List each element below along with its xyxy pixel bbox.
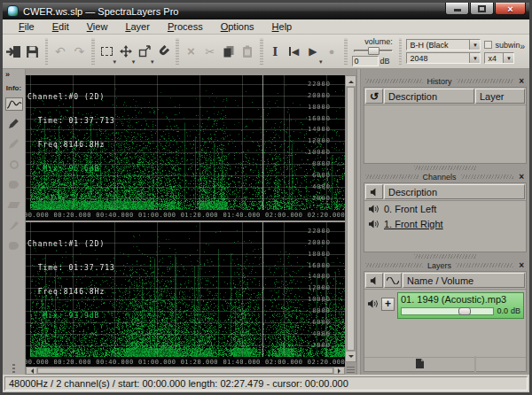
menu-help[interactable]: Help <box>263 20 301 33</box>
skip-start-button[interactable]: ◀ <box>285 39 303 64</box>
scroll-right-button[interactable] <box>334 368 344 374</box>
drag-handle[interactable] <box>365 174 419 179</box>
drag-handle[interactable] <box>365 79 423 83</box>
record-button[interactable]: ● <box>323 39 341 64</box>
vertical-scrollbar-track[interactable] <box>346 86 356 352</box>
expand-layer-button[interactable]: + <box>381 298 395 311</box>
layer-volume-thumb[interactable] <box>458 307 471 315</box>
channel-1-view[interactable]: 2200020000180001600014000120001000080006… <box>26 222 345 357</box>
history-column-description[interactable]: Description <box>384 89 474 104</box>
channel-mute-toggle[interactable] <box>368 220 379 228</box>
minimize-button[interactable] <box>445 3 469 15</box>
play-button[interactable]: ▶▾ <box>303 39 322 64</box>
toolbar-overflow-button[interactable]: » <box>520 42 528 62</box>
import-button[interactable] <box>4 39 23 64</box>
area-tool-button[interactable] <box>5 157 23 172</box>
chevron-down-icon[interactable]: ▼ <box>469 53 480 63</box>
history-panel-close-button[interactable]: × <box>518 77 525 85</box>
menu-file[interactable]: File <box>10 20 43 33</box>
move-tool-button[interactable]: ▾ <box>116 39 135 64</box>
smudge-tool-button[interactable] <box>5 238 23 253</box>
magnet-tool-button[interactable] <box>154 39 173 64</box>
menu-layer[interactable]: Layer <box>116 20 159 33</box>
undo-button[interactable]: ↶ <box>51 39 69 64</box>
drag-handle[interactable] <box>414 254 476 259</box>
channels-panel-titlebar[interactable]: Channels × <box>364 171 527 182</box>
panel-splitter[interactable] <box>364 252 527 259</box>
transform-tool-button[interactable]: ▾ <box>135 39 153 64</box>
channel-0-view[interactable]: 2200020000180001600014000120001000080006… <box>26 75 345 210</box>
redo-button[interactable]: ↷ <box>70 39 89 64</box>
menu-options[interactable]: Options <box>212 20 263 33</box>
picker-tool-button[interactable] <box>5 116 23 131</box>
volume-slider-thumb[interactable] <box>368 47 379 55</box>
chevron-down-icon[interactable]: ▼ <box>469 40 480 50</box>
delete-layer-button[interactable] <box>474 357 476 373</box>
volume-slider[interactable] <box>352 47 395 55</box>
channels-panel-close-button[interactable]: × <box>518 173 525 181</box>
subwin-checkbox[interactable]: subwin <box>484 41 520 50</box>
panel-splitter[interactable] <box>364 164 527 171</box>
layers-column-name-volume[interactable]: Name / Volume <box>403 273 525 288</box>
toolstrip-overflow-button[interactable]: » <box>3 70 10 79</box>
volume-value-field[interactable]: 0 <box>352 56 379 66</box>
new-layer-button[interactable] <box>415 357 425 373</box>
layer-volume-track[interactable] <box>401 307 494 315</box>
fft-size-select[interactable]: 2048▼ <box>406 52 481 64</box>
drag-handle[interactable] <box>456 263 513 267</box>
layers-wave-icon[interactable] <box>384 273 402 288</box>
channel-row-0[interactable]: 0. Front Left <box>364 201 526 216</box>
drag-handle[interactable] <box>457 79 514 83</box>
history-column-layer[interactable]: Layer <box>475 89 525 104</box>
history-panel-titlebar[interactable]: History × <box>364 75 527 87</box>
scroll-up-button[interactable] <box>346 76 356 86</box>
cut-button[interactable]: ✂ <box>200 39 219 64</box>
eraser-tool-button[interactable] <box>5 198 23 213</box>
title-bar[interactable]: CWER.ws.slp — SpectraLayers Pro × <box>3 3 529 19</box>
harmonics-tool-button[interactable] <box>5 136 23 151</box>
layer-name: 01. 1949 (Acoustic).mp3 <box>401 294 520 305</box>
drag-handle[interactable] <box>414 166 476 170</box>
channel-mute-toggle[interactable] <box>368 205 379 213</box>
zoom-factor-select[interactable]: x4▼ <box>484 52 514 64</box>
delete-button[interactable]: × <box>182 39 200 64</box>
scroll-left-button[interactable] <box>27 368 36 374</box>
layer-item-selected[interactable]: 01. 1949 (Acoustic).mp3 0.0 dB <box>397 292 524 319</box>
horizontal-scrollbar-thumb[interactable] <box>37 368 333 374</box>
save-button[interactable] <box>23 39 42 64</box>
vertical-scrollbar[interactable] <box>345 75 356 362</box>
layer-mute-toggle[interactable] <box>367 299 379 308</box>
clone-tool-button[interactable] <box>5 177 23 192</box>
channel-row-1[interactable]: 1. Front Right <box>364 216 526 231</box>
channels-speaker-icon[interactable] <box>365 184 383 199</box>
fft-window-select[interactable]: B-H (Black▼ <box>406 39 481 50</box>
amplify-tool-button[interactable] <box>5 218 23 233</box>
chevron-down-icon[interactable]: ▼ <box>503 53 513 63</box>
layer-row-0[interactable]: + 01. 1949 (Acoustic).mp3 0.0 dB <box>364 290 526 319</box>
view-grip[interactable] <box>345 364 356 375</box>
maximize-button[interactable] <box>470 3 494 15</box>
toolstrip-grip[interactable] <box>12 364 15 373</box>
history-undo-icon[interactable]: ↺ <box>365 89 383 104</box>
history-list[interactable] <box>364 105 526 163</box>
layers-panel-titlebar[interactable]: Layers × <box>364 259 527 271</box>
scroll-down-button[interactable] <box>346 352 356 361</box>
menu-process[interactable]: Process <box>159 20 212 33</box>
copy-button[interactable] <box>219 39 238 64</box>
layers-panel-close-button[interactable]: × <box>518 261 525 269</box>
menu-edit[interactable]: Edit <box>43 20 78 33</box>
drag-handle[interactable] <box>461 174 514 179</box>
vertical-scrollbar-thumb[interactable] <box>347 87 355 351</box>
cursor-tool-button[interactable]: I <box>266 39 285 64</box>
layers-speaker-icon[interactable] <box>365 273 383 288</box>
horizontal-scrollbar[interactable] <box>26 367 345 375</box>
rectangle-select-tool-button[interactable]: ▾ <box>98 39 116 64</box>
drag-handle[interactable] <box>365 263 423 267</box>
info-display-icon[interactable] <box>5 97 23 111</box>
delete-icon: × <box>187 45 195 58</box>
close-button[interactable]: × <box>495 3 526 15</box>
layer-volume-slider[interactable]: 0.0 dB <box>401 306 520 315</box>
channels-column-description[interactable]: Description <box>384 184 525 199</box>
menu-view[interactable]: View <box>78 20 117 33</box>
paste-button[interactable] <box>239 39 257 64</box>
